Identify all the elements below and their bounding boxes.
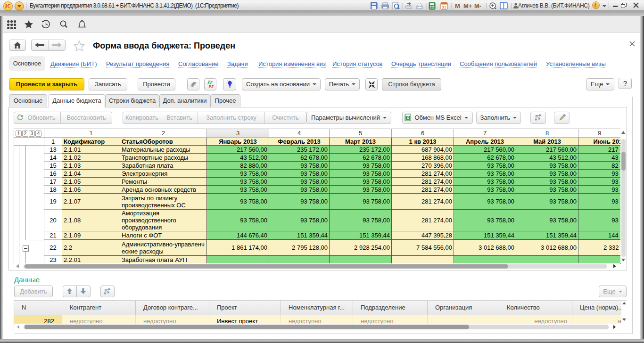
- svg-text:M-: M-: [474, 2, 481, 9]
- svg-text:31: 31: [442, 5, 446, 9]
- svg-text:X: X: [406, 115, 409, 120]
- svg-text:M: M: [455, 2, 460, 9]
- svg-text:M+: M+: [463, 2, 472, 9]
